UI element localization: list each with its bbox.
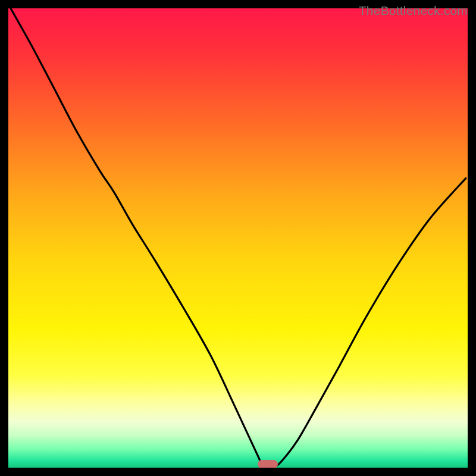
- chart-frame: TheBottleneck.com: [0, 0, 476, 476]
- svg-rect-0: [8, 8, 468, 468]
- plot-area: [8, 8, 468, 468]
- background-gradient: [8, 8, 468, 468]
